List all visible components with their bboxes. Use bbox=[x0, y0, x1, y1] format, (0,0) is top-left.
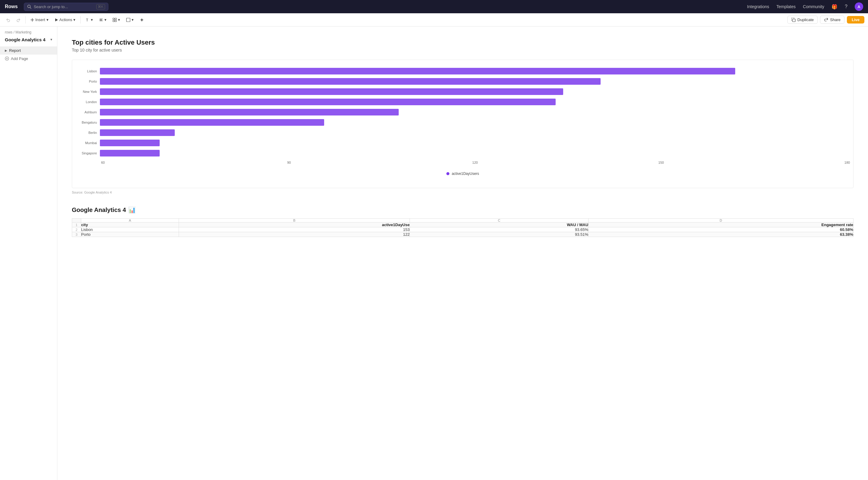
svg-marker-14 bbox=[140, 18, 144, 22]
report-expand-icon: ▶ bbox=[5, 49, 7, 52]
breadcrumb: rows / Marketing bbox=[0, 30, 57, 37]
col-letter: C bbox=[410, 218, 589, 222]
layout-chevron: ▾ bbox=[118, 18, 120, 22]
help-icon[interactable]: ? bbox=[845, 4, 847, 9]
share-icon bbox=[824, 18, 828, 22]
gift-icon[interactable]: 🎁 bbox=[832, 4, 838, 10]
text-chevron: ▾ bbox=[91, 18, 93, 22]
svg-rect-10 bbox=[115, 18, 117, 20]
content-area: Top cities for Active Users Top 10 city … bbox=[57, 27, 868, 480]
border-button[interactable]: ▾ bbox=[124, 16, 136, 24]
cell-engagement: 60.58% bbox=[589, 227, 854, 232]
svg-rect-9 bbox=[113, 18, 114, 20]
insert-button[interactable]: Insert ▾ bbox=[28, 16, 51, 24]
sidebar-item-report-label: Report bbox=[9, 48, 21, 53]
chart-bar-row: Bengaluru bbox=[78, 117, 847, 128]
x-axis: 6090120150180 bbox=[103, 161, 847, 167]
user-avatar[interactable]: A bbox=[855, 2, 863, 11]
actions-label: Actions bbox=[59, 18, 72, 22]
cell-active: 122 bbox=[179, 232, 410, 237]
table-emoji: 📊 bbox=[128, 206, 136, 213]
table-header-row: 1cityactive1DayUseWAU / MAUEngagement ra… bbox=[72, 222, 854, 227]
magic-button[interactable] bbox=[137, 16, 146, 24]
play-icon bbox=[55, 18, 58, 22]
svg-rect-13 bbox=[126, 18, 130, 22]
chart-bar-row: Lisbon bbox=[78, 66, 847, 76]
brand-logo[interactable]: Rows bbox=[5, 4, 18, 9]
border-icon bbox=[126, 18, 130, 22]
actions-chevron: ▾ bbox=[73, 18, 75, 22]
live-button[interactable]: Live bbox=[847, 16, 864, 24]
table-column-header: WAU / MAU bbox=[410, 222, 589, 227]
col-letter: D bbox=[589, 218, 854, 222]
nav-integrations[interactable]: Integrations bbox=[747, 4, 769, 9]
chart-city-label: Berlin bbox=[78, 131, 100, 134]
x-axis-label: 180 bbox=[844, 161, 850, 164]
search-bar[interactable]: Search or jump to... ⌘K bbox=[24, 3, 108, 11]
nav-community[interactable]: Community bbox=[803, 4, 824, 9]
cell-active: 153 bbox=[179, 227, 410, 232]
svg-rect-11 bbox=[113, 20, 114, 22]
chart-bar-area bbox=[100, 109, 847, 115]
chart-bar-area bbox=[100, 140, 847, 146]
svg-rect-12 bbox=[115, 20, 117, 22]
page-content: Top cities for Active Users Top 10 city … bbox=[57, 27, 868, 480]
chart-bar-area bbox=[100, 78, 847, 85]
redo-button[interactable] bbox=[14, 16, 23, 24]
svg-text:T: T bbox=[86, 18, 88, 22]
chart-bar-row: London bbox=[78, 97, 847, 107]
row-number: 2 bbox=[72, 227, 81, 232]
breadcrumb-section: Marketing bbox=[16, 30, 31, 34]
cell-city: Porto bbox=[81, 232, 179, 237]
chart-bar-row: Mumbai bbox=[78, 138, 847, 148]
chart-bar bbox=[100, 119, 324, 126]
share-label: Share bbox=[830, 18, 840, 22]
x-axis-label: 60 bbox=[101, 161, 105, 164]
chart-section-title: Top cities for Active Users bbox=[72, 39, 854, 46]
svg-rect-15 bbox=[793, 19, 795, 22]
row-number: 3 bbox=[72, 232, 81, 237]
insert-chevron: ▾ bbox=[46, 18, 49, 22]
chart-city-label: Porto bbox=[78, 79, 100, 83]
chart-bar bbox=[100, 140, 160, 146]
add-page-button[interactable]: Add Page bbox=[0, 55, 57, 63]
cell-engagement: 63.38% bbox=[589, 232, 854, 237]
data-table: ABCD1cityactive1DayUseWAU / MAUEngagemen… bbox=[72, 218, 854, 237]
chart-bar bbox=[100, 99, 556, 105]
table-title-text: Google Analytics 4 bbox=[72, 207, 126, 213]
align-button[interactable]: ▾ bbox=[97, 16, 109, 24]
col-letter: A bbox=[81, 218, 179, 222]
add-page-label: Add Page bbox=[11, 57, 28, 61]
col-letter-row: ABCD bbox=[72, 218, 854, 222]
chart-city-label: Lisbon bbox=[78, 69, 100, 73]
toolbar-actions: Duplicate Share Live bbox=[787, 16, 864, 24]
chart-bar bbox=[100, 68, 735, 74]
text-format-button[interactable]: T ▾ bbox=[83, 16, 95, 24]
breadcrumb-root[interactable]: rows bbox=[5, 30, 12, 34]
chart-bar-area bbox=[100, 68, 847, 74]
align-chevron: ▾ bbox=[104, 18, 106, 22]
layout-button[interactable]: ▾ bbox=[110, 16, 123, 24]
sidebar-item-report[interactable]: ▶ Report bbox=[0, 46, 57, 55]
table-row: 3Porto12293.51%63.38% bbox=[72, 232, 854, 237]
editor-toolbar: Insert ▾ Actions ▾ T ▾ ▾ ▾ ▾ Duplicate S… bbox=[0, 13, 868, 27]
share-button[interactable]: Share bbox=[820, 16, 844, 24]
legend-label: active1DayUsers bbox=[452, 172, 479, 176]
duplicate-button[interactable]: Duplicate bbox=[787, 16, 817, 24]
plus-icon bbox=[30, 18, 34, 22]
chart-city-label: London bbox=[78, 100, 100, 104]
actions-button[interactable]: Actions ▾ bbox=[52, 16, 78, 24]
table-column-header: Engagement rate bbox=[589, 222, 854, 227]
top-navigation: Rows Search or jump to... ⌘K Integration… bbox=[0, 0, 868, 13]
chart-legend: active1DayUsers bbox=[78, 172, 847, 176]
table-title: Google Analytics 4 📊 bbox=[72, 206, 854, 213]
nav-templates[interactable]: Templates bbox=[776, 4, 796, 9]
chart-bar-area bbox=[100, 119, 847, 126]
sidebar-title-arrow[interactable]: ▾ bbox=[51, 37, 52, 42]
chart-city-label: New York bbox=[78, 90, 100, 94]
chart-bar bbox=[100, 78, 600, 85]
chart-city-label: Mumbai bbox=[78, 141, 100, 145]
undo-icon bbox=[6, 18, 10, 22]
undo-button[interactable] bbox=[4, 16, 13, 24]
cell-wau-mau: 93.65% bbox=[410, 227, 589, 232]
